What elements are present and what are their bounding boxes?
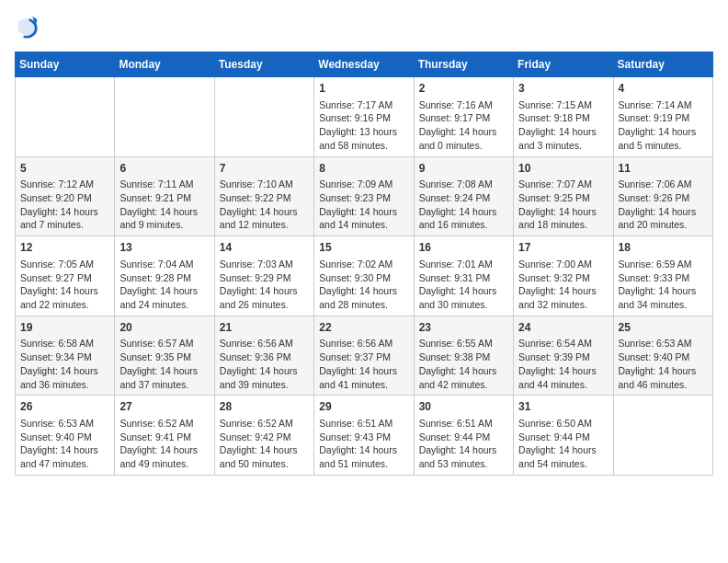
cell-content-line: Sunset: 9:18 PM (518, 112, 590, 123)
cell-content-line: Sunrise: 6:55 AM (419, 338, 493, 349)
cell-content-line: Daylight: 14 hours (220, 285, 298, 296)
calendar-cell: 28Sunrise: 6:52 AMSunset: 9:42 PMDayligh… (214, 396, 313, 476)
cell-content-line: Daylight: 14 hours (319, 285, 397, 296)
day-number: 28 (220, 399, 309, 415)
cell-content-line: Sunrise: 7:16 AM (419, 99, 493, 110)
day-number: 19 (20, 320, 109, 336)
cell-content-line: Daylight: 14 hours (518, 444, 597, 455)
cell-content-line: and 41 minutes. (319, 379, 388, 390)
calendar-cell: 6Sunrise: 7:11 AMSunset: 9:21 PMDaylight… (115, 156, 214, 236)
cell-content-line: Sunset: 9:40 PM (20, 431, 92, 442)
day-number: 1 (319, 81, 408, 97)
day-header-tuesday: Tuesday (214, 52, 313, 77)
cell-content-line: and 58 minutes. (319, 140, 388, 151)
day-number: 23 (419, 320, 508, 336)
cell-content-line: Sunset: 9:19 PM (619, 112, 690, 123)
cell-content-line: Sunrise: 6:58 AM (20, 338, 94, 349)
cell-content-line: Sunrise: 6:51 AM (319, 418, 392, 429)
cell-content-line: Sunrise: 7:15 AM (518, 99, 592, 110)
cell-content-line: Sunset: 9:31 PM (419, 272, 491, 283)
cell-content-line: Daylight: 14 hours (518, 126, 597, 137)
cell-content-line: and 50 minutes. (220, 458, 289, 469)
day-number: 21 (220, 320, 309, 336)
cell-content-line: and 5 minutes. (619, 140, 682, 151)
calendar-week-row: 1Sunrise: 7:17 AMSunset: 9:16 PMDaylight… (16, 77, 713, 157)
day-number: 9 (419, 161, 508, 177)
cell-content-line: Sunset: 9:44 PM (518, 431, 590, 442)
cell-content-line: Sunrise: 7:10 AM (220, 178, 293, 190)
cell-content-line: Sunrise: 7:03 AM (220, 259, 293, 270)
cell-content-line: Daylight: 14 hours (20, 285, 98, 296)
cell-content-line: and 54 minutes. (518, 458, 587, 469)
cell-content-line: and 42 minutes. (419, 379, 488, 390)
day-header-thursday: Thursday (414, 52, 513, 77)
cell-content-line: Daylight: 14 hours (119, 206, 198, 217)
cell-content-line: Daylight: 14 hours (220, 365, 298, 376)
cell-content-line: and 46 minutes. (619, 379, 688, 390)
day-number: 29 (319, 399, 408, 415)
cell-content-line: Sunset: 9:20 PM (20, 192, 92, 203)
cell-content-line: and 36 minutes. (20, 379, 89, 390)
generalblue-logo-icon (15, 15, 40, 40)
cell-content-line: Daylight: 14 hours (419, 285, 497, 296)
cell-content-line: Sunrise: 6:50 AM (518, 418, 592, 429)
cell-content-line: and 7 minutes. (20, 219, 84, 230)
calendar-cell: 1Sunrise: 7:17 AMSunset: 9:16 PMDaylight… (314, 77, 414, 157)
cell-content-line: Daylight: 14 hours (20, 444, 98, 455)
cell-content-line: and 22 minutes. (20, 299, 89, 310)
cell-content-line: Daylight: 14 hours (220, 444, 298, 455)
day-number: 11 (619, 161, 708, 177)
calendar-week-row: 26Sunrise: 6:53 AMSunset: 9:40 PMDayligh… (16, 396, 713, 476)
cell-content-line: Sunset: 9:28 PM (119, 272, 191, 283)
cell-content-line: Daylight: 13 hours (319, 126, 397, 137)
calendar-cell: 5Sunrise: 7:12 AMSunset: 9:20 PMDaylight… (16, 156, 115, 236)
calendar-cell: 16Sunrise: 7:01 AMSunset: 9:31 PMDayligh… (414, 236, 513, 316)
cell-content-line: Sunset: 9:35 PM (119, 351, 191, 362)
cell-content-line: Sunrise: 7:09 AM (319, 178, 392, 190)
cell-content-line: Sunset: 9:16 PM (319, 112, 391, 123)
header (15, 15, 713, 40)
cell-content-line: Daylight: 14 hours (518, 365, 597, 376)
day-number: 12 (20, 240, 109, 256)
cell-content-line: Sunrise: 7:17 AM (319, 99, 392, 110)
cell-content-line: Daylight: 14 hours (20, 365, 98, 376)
cell-content-line: Daylight: 14 hours (319, 206, 397, 217)
cell-content-line: Sunrise: 7:05 AM (20, 259, 94, 270)
cell-content-line: Sunrise: 6:59 AM (619, 259, 692, 270)
cell-content-line: Sunset: 9:32 PM (518, 272, 590, 283)
calendar-cell: 7Sunrise: 7:10 AMSunset: 9:22 PMDaylight… (214, 156, 313, 236)
calendar-cell: 11Sunrise: 7:06 AMSunset: 9:26 PMDayligh… (613, 156, 712, 236)
calendar-cell: 4Sunrise: 7:14 AMSunset: 9:19 PMDaylight… (613, 77, 712, 157)
day-number: 2 (419, 81, 508, 97)
cell-content-line: Daylight: 14 hours (619, 285, 697, 296)
cell-content-line: Daylight: 14 hours (319, 365, 397, 376)
calendar-cell: 27Sunrise: 6:52 AMSunset: 9:41 PMDayligh… (115, 396, 214, 476)
calendar-cell: 15Sunrise: 7:02 AMSunset: 9:30 PMDayligh… (314, 236, 414, 316)
cell-content-line: Daylight: 14 hours (119, 285, 198, 296)
calendar-cell: 10Sunrise: 7:07 AMSunset: 9:25 PMDayligh… (514, 156, 613, 236)
day-number: 10 (518, 161, 608, 177)
cell-content-line: Daylight: 14 hours (619, 126, 697, 137)
day-number: 26 (20, 399, 109, 415)
cell-content-line: Sunset: 9:43 PM (319, 431, 391, 442)
cell-content-line: Sunset: 9:23 PM (319, 192, 391, 203)
cell-content-line: and 3 minutes. (518, 140, 582, 151)
cell-content-line: Sunrise: 7:12 AM (20, 178, 94, 190)
cell-content-line: and 51 minutes. (319, 458, 388, 469)
calendar-cell: 2Sunrise: 7:16 AMSunset: 9:17 PMDaylight… (414, 77, 513, 157)
calendar-cell: 13Sunrise: 7:04 AMSunset: 9:28 PMDayligh… (115, 236, 214, 316)
cell-content-line: and 26 minutes. (220, 299, 289, 310)
day-number: 24 (518, 320, 608, 336)
calendar-header-row: SundayMondayTuesdayWednesdayThursdayFrid… (16, 52, 713, 77)
day-number: 20 (119, 320, 209, 336)
calendar-week-row: 12Sunrise: 7:05 AMSunset: 9:27 PMDayligh… (16, 236, 713, 316)
calendar-cell: 18Sunrise: 6:59 AMSunset: 9:33 PMDayligh… (613, 236, 712, 316)
cell-content-line: Daylight: 14 hours (518, 206, 597, 217)
calendar-cell: 12Sunrise: 7:05 AMSunset: 9:27 PMDayligh… (16, 236, 115, 316)
cell-content-line: and 34 minutes. (619, 299, 688, 310)
cell-content-line: and 39 minutes. (220, 379, 289, 390)
calendar-cell: 17Sunrise: 7:00 AMSunset: 9:32 PMDayligh… (514, 236, 613, 316)
cell-content-line: Sunset: 9:22 PM (220, 192, 291, 203)
cell-content-line: Daylight: 14 hours (319, 444, 397, 455)
calendar-cell: 20Sunrise: 6:57 AMSunset: 9:35 PMDayligh… (115, 316, 214, 396)
